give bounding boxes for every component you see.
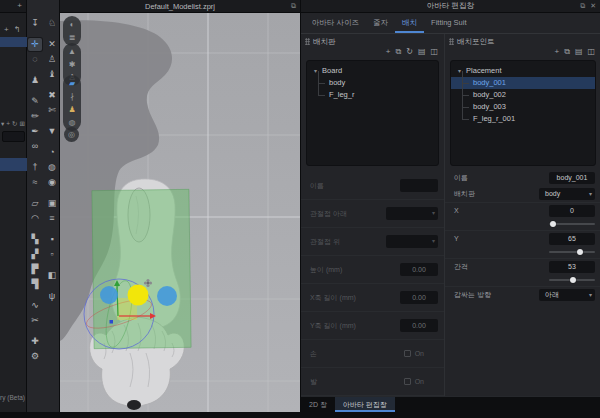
library-selected-row-2[interactable] (0, 158, 27, 171)
show-stitch-icon[interactable]: ∤ (66, 92, 78, 102)
needle-tool[interactable]: † (28, 161, 42, 174)
show-fabric-icon[interactable]: ▰ (66, 79, 78, 89)
pin-box-tool[interactable]: ✏ (28, 110, 42, 123)
garment-add-tool[interactable]: ✚ (28, 335, 42, 348)
tape-tool[interactable]: ✄ (45, 104, 59, 117)
point-duplicate-icon[interactable]: ⧉ (564, 46, 570, 58)
steam-tool[interactable]: ◠ (28, 212, 42, 225)
render-style-icon[interactable]: ◐ (66, 20, 78, 30)
thread-tool[interactable]: ∿ (28, 299, 42, 312)
tree-root-placement[interactable]: ▾ Placement (451, 64, 595, 77)
point-board-select[interactable]: body▾ (539, 188, 595, 200)
globe-mesh-tool[interactable]: ◉ (45, 176, 59, 189)
grid-view-icon[interactable]: ⊞ (20, 120, 25, 128)
layers-tool[interactable]: ≡ (45, 212, 59, 225)
garment-tool-a[interactable]: ▚ (28, 233, 42, 246)
tree-item-f-leg-r[interactable]: F_leg_r (307, 89, 438, 101)
board-name-field[interactable] (400, 179, 438, 192)
garment-tool-d[interactable]: ▜ (28, 278, 42, 291)
foot-checkbox[interactable] (404, 378, 411, 385)
stamp-tool[interactable]: ▣ (45, 197, 59, 210)
gap-slider[interactable] (549, 276, 595, 284)
mannequin-tool[interactable]: ♙ (45, 53, 59, 66)
show-pins-icon[interactable]: ✱ (66, 60, 78, 70)
point-name-field[interactable]: body_001 (549, 172, 595, 184)
show-garment-icon[interactable]: ▲ (66, 47, 78, 57)
fabric-swatch-light[interactable]: ▫ (45, 248, 59, 261)
arrangement-point-left[interactable] (100, 286, 118, 304)
tab-arrangement[interactable]: 배치 (395, 13, 424, 33)
tree-item-body-001[interactable]: body_001 (451, 77, 595, 89)
refresh-icon[interactable]: ↻ (12, 120, 17, 128)
collapse-icon[interactable]: ▾ (314, 68, 317, 74)
library-add-icon[interactable]: + (17, 2, 22, 10)
iron-tool[interactable]: ▱ (28, 197, 42, 210)
gap-value-field[interactable]: 53 (549, 261, 595, 273)
brush-tool[interactable]: ≈ (28, 176, 42, 189)
fabric-swatch-2[interactable]: ◧ (45, 269, 59, 282)
plus-icon[interactable]: + (6, 120, 10, 128)
board-reset-icon[interactable]: ↻ (406, 46, 413, 58)
joint-below-select[interactable]: ▾ (386, 207, 438, 220)
import-tool[interactable]: ↧ (28, 17, 42, 30)
x-slider[interactable] (549, 220, 595, 228)
garment-tool-c[interactable]: ▛ (28, 263, 42, 276)
pose-avatar-tool[interactable]: ♟ (28, 74, 42, 87)
tree-item-body-003[interactable]: body_003 (451, 101, 595, 113)
gap-slider-knob[interactable] (570, 277, 576, 283)
point-add-icon[interactable]: + (554, 46, 559, 58)
arrangement-point-selected[interactable] (128, 285, 149, 306)
walk-avatar-tool[interactable]: ♘ (45, 17, 59, 30)
board-duplicate-icon[interactable]: ⧉ (395, 46, 401, 58)
gizmo-center-handle[interactable] (110, 320, 114, 324)
move-tool[interactable]: ✛ (28, 38, 42, 51)
y-slider-knob[interactable] (577, 249, 583, 255)
fabric-swatch-dark[interactable]: ▪ (45, 233, 59, 246)
layer-view-icon[interactable]: ≣ (66, 33, 78, 43)
board-xlen-field[interactable]: 0.00 (400, 291, 438, 304)
tab-avatar-editor[interactable]: 아바타 편집창 (335, 397, 395, 412)
tab-tape[interactable]: 줄자 (366, 13, 395, 33)
y-value-field[interactable]: 65 (549, 233, 595, 245)
expand-icon[interactable]: ▾ (1, 120, 4, 128)
point-save-icon[interactable]: ◫ (587, 46, 595, 58)
undo-icon[interactable]: ↰ (14, 25, 21, 34)
library-selected-row[interactable] (0, 37, 27, 47)
avatar-stand-tool[interactable]: ψ (45, 290, 59, 303)
joint-above-select[interactable]: ▾ (386, 235, 438, 248)
garment-settings-tool[interactable]: ⚙ (28, 350, 42, 363)
board-save-icon[interactable]: ◫ (430, 46, 438, 58)
tree-item-f-leg-r-001[interactable]: F_leg_r_001 (451, 113, 595, 125)
x-slider-knob[interactable] (550, 221, 556, 227)
board-ylen-field[interactable]: 0.00 (400, 319, 438, 332)
arrangement-board[interactable] (92, 189, 191, 348)
lasso-tool[interactable]: ◌ (28, 53, 42, 66)
point-open-icon[interactable]: ▤ (575, 46, 583, 58)
tree-root-board[interactable]: ▾ Board (307, 64, 438, 77)
pin-remove-tool[interactable]: ✒ (28, 125, 42, 138)
board-open-icon[interactable]: ▤ (418, 46, 426, 58)
garment-tool-b[interactable]: ▞ (28, 248, 42, 261)
arrangement-point-right[interactable] (157, 286, 177, 306)
collapse-icon[interactable]: ▾ (458, 68, 461, 74)
dark-garment-tool[interactable]: ▼ (45, 125, 59, 138)
tree-item-body[interactable]: body (307, 77, 438, 89)
cross-out-tool[interactable]: ✖ (45, 89, 59, 102)
close-panel-icon[interactable]: ✕ (590, 2, 596, 10)
hand-checkbox[interactable] (404, 350, 411, 357)
tree-item-body-002[interactable]: body_002 (451, 89, 595, 101)
measure-tool[interactable]: ∞ (28, 140, 42, 153)
tab-fitting-suit[interactable]: Fitting Suit (424, 13, 473, 33)
show-avatar-points-icon[interactable]: ♟ (66, 105, 78, 115)
library-search-field[interactable] (2, 131, 25, 142)
float-panel-icon[interactable]: ⧉ (580, 2, 585, 10)
x-value-field[interactable]: 0 (549, 205, 595, 217)
pin-tool[interactable]: ✎ (28, 95, 42, 108)
view-toggle-button[interactable]: ◎ (64, 127, 79, 142)
scissors-tool[interactable]: ✂ (28, 314, 42, 327)
tab-2d-window[interactable]: 2D 창 (301, 397, 335, 412)
mannequin-pin-tool[interactable]: ♝ (45, 68, 59, 81)
wrap-direction-select[interactable]: 아래▾ (539, 289, 595, 301)
board-add-icon[interactable]: + (386, 46, 391, 58)
board-height-field[interactable]: 0.00 (400, 263, 438, 276)
